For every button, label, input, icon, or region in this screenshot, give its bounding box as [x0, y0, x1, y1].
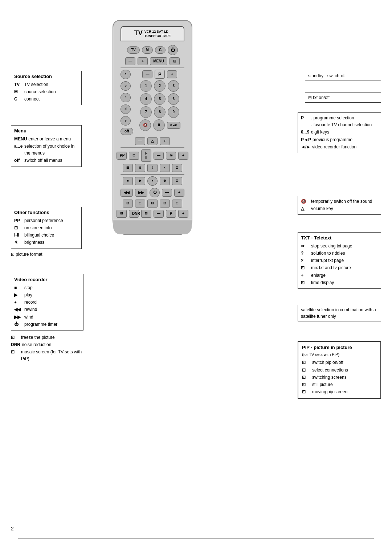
num8-button[interactable]: 8 [154, 106, 166, 118]
sound-annotation: 🔇 temporarily switch off the sound △ vol… [298, 196, 381, 215]
num9-button[interactable]: 9 [168, 106, 179, 118]
pip-moving: ⊡ moving pip screen [302, 389, 377, 395]
brightness-button[interactable]: ☀ [166, 152, 176, 160]
ann-play-key: ▶ [14, 292, 23, 299]
ann-time-disp: ⊡ time display [301, 279, 378, 286]
sat3-button[interactable]: ⊡ [147, 200, 158, 208]
tv-button[interactable]: TV [127, 46, 140, 54]
ann-ae: a...e selection of your choice in the me… [14, 143, 78, 157]
ann-pp-text: personal preference [24, 217, 63, 224]
ann-bilingual-key: I-II [14, 232, 23, 239]
ann-prog-key: P [301, 115, 310, 122]
teletext-button[interactable]: ⊟ [170, 57, 180, 65]
vol-row: — △ + [121, 137, 184, 145]
other-functions-title: Other functions [14, 209, 78, 217]
sub-plus-button[interactable]: + [174, 189, 184, 197]
time-disp-button[interactable]: ⊡ [172, 177, 182, 185]
question-button[interactable]: ? [147, 164, 158, 172]
prog-timer-button[interactable]: ⏻ [150, 188, 160, 197]
p-minus-button[interactable]: — [142, 70, 152, 78]
num3-button[interactable]: 3 [168, 80, 179, 92]
video-recorder-annotation: Video recorder ■ stop ▶ play ● record ◀◀… [11, 274, 83, 363]
minus-button[interactable]: — [125, 57, 135, 65]
osd-button[interactable]: ⊡ [129, 152, 139, 160]
p-plus2-button[interactable]: + [178, 210, 188, 218]
off-button[interactable]: off [121, 128, 133, 135]
ann-wind: ▶▶ wind [14, 314, 80, 321]
ann-wind-key: ▶▶ [14, 314, 23, 321]
cross-button[interactable]: × [160, 164, 170, 172]
sat1-button[interactable]: ⊡ [123, 200, 133, 208]
ann-bilingual: I-II bilingual choice [14, 232, 78, 239]
ann-mix-txt-text: mix txt and tv picture [311, 264, 351, 271]
other-functions-box: Other functions PP personal preference ⊡… [11, 207, 82, 249]
num1-button[interactable]: 1 [140, 80, 152, 92]
pip-still-key: ⊡ [302, 381, 311, 388]
ann-stop-key: ■ [14, 284, 23, 291]
picture-fmt-button[interactable]: ⊞ [123, 164, 133, 172]
ann-digits-key: 0...9 [301, 129, 310, 136]
p-minus2-button[interactable]: — [154, 210, 164, 218]
ann-stop: ■ stop [14, 284, 80, 291]
bilingual-button[interactable]: I-II [141, 149, 151, 162]
pip-switch-screens: ⊡ switching screens [302, 374, 377, 381]
source-selection-title: Source selection [14, 73, 78, 81]
page: 2 Source selection TV TV selection M sou… [0, 0, 392, 546]
txt-text: txt on/off [313, 95, 330, 100]
vol-triangle-button[interactable]: △ [147, 137, 158, 145]
mute-button[interactable]: 🔇 [139, 119, 151, 131]
p-plus-button[interactable]: + [167, 70, 177, 78]
sat5-button[interactable]: ⊡ [172, 200, 182, 208]
menu-button[interactable]: MENU [150, 57, 167, 65]
e-button[interactable]: e [121, 116, 131, 126]
osd2-button[interactable]: ⊕ [135, 164, 145, 172]
vol-minus-button[interactable]: — [135, 137, 145, 145]
still-button[interactable]: ⊕ [160, 177, 170, 185]
sub-minus-button[interactable]: — [162, 189, 172, 197]
vol-plus-button[interactable]: + [160, 137, 170, 145]
num7-button[interactable]: 7 [140, 106, 152, 118]
source-selection-annotation: Source selection TV TV selection M sourc… [11, 71, 82, 105]
ann-digits-text: digit keys [311, 129, 329, 136]
c-button[interactable]: C [155, 46, 166, 54]
zoom-button[interactable]: ⊡ [172, 164, 182, 172]
ann-stop-seek: ⇒ stop seeking txt page [301, 243, 378, 250]
pip-switch-screens-key: ⊡ [302, 374, 311, 381]
stop-button[interactable]: ■ [123, 177, 133, 185]
sat2-button[interactable]: ⊡ [135, 200, 145, 208]
num4-button[interactable]: 4 [140, 93, 152, 105]
power-button[interactable]: ⏻ [168, 45, 178, 55]
dnr-button[interactable]: DNR [129, 210, 139, 218]
brightness-minus-button[interactable]: — [154, 152, 164, 160]
c2-button[interactable]: c [121, 93, 131, 102]
plus-button[interactable]: + [138, 57, 148, 65]
num5-button[interactable]: 5 [154, 93, 166, 105]
pip-p-button[interactable]: P◄P [167, 122, 180, 129]
d-button[interactable]: d [121, 104, 131, 114]
num-row-3: 7 8 9 [135, 106, 184, 118]
ann-rewind: ◀◀ rewind [14, 306, 80, 313]
b-button[interactable]: b [121, 81, 131, 91]
sat4-button[interactable]: ⊡ [160, 200, 170, 208]
a-button[interactable]: a [121, 70, 131, 79]
freeze-button[interactable]: ⊡ [117, 210, 127, 218]
ann-mosaic: ⊡ mosaic screen (for TV-sets with PiP) [11, 349, 83, 362]
record-button[interactable]: ● [147, 176, 158, 186]
mosaic-button[interactable]: ⊡ [141, 210, 151, 218]
standby-annotation: standby - switch-off [305, 71, 381, 82]
pp-button[interactable]: PP [117, 152, 127, 160]
ann-riddles-key: ? [301, 250, 310, 257]
ann-pp: PP personal preference [14, 217, 78, 224]
standby-box: standby - switch-off [305, 71, 381, 81]
brightness-plus-button[interactable]: + [178, 152, 188, 160]
satellite-box: satellite selection in combination with … [298, 305, 381, 321]
ann-tv: TV TV selection [14, 81, 78, 88]
rewind-button[interactable]: ◀◀ [121, 189, 133, 197]
picture-row: ⊞ ⊕ ? × ⊡ [121, 164, 184, 172]
num0-button[interactable]: 0 [153, 119, 165, 131]
num2-button[interactable]: 2 [154, 80, 166, 92]
ffwd-button[interactable]: ▶▶ [135, 189, 147, 197]
num6-button[interactable]: 6 [168, 93, 179, 105]
play-button[interactable]: ▶ [135, 177, 145, 185]
m-button[interactable]: M [142, 46, 153, 54]
